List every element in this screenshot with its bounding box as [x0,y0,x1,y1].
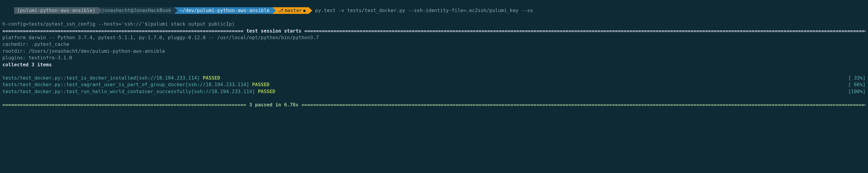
prompt-arrow-icon [309,7,312,14]
user-host-segment: jonashecht@JonasHackBook [98,7,174,14]
platform-info: platform darwin -- Python 3.7.4, pytest-… [2,34,866,41]
test-path: tests/test_docker.py [2,82,61,87]
git-branch-icon: ⎇ [278,7,283,14]
test-result-row: tests/test_docker.py::test_vagrant_user_… [2,81,866,88]
test-result-row: tests/test_docker.py::test_is_docker_ins… [2,75,866,81]
command-input-continuation[interactable]: h-config=tests/pytest_ssh_config --hosts… [2,21,866,27]
shell-prompt[interactable]: (pulumi-python-aws-ansible)jonashecht@Jo… [2,1,866,21]
test-name: test_run_hello_world_container_successfu… [66,89,255,94]
git-branch-segment: ⎇master [273,7,309,14]
test-status: PASSED [203,75,220,81]
env-segment: (pulumi-python-aws-ansible) [14,7,98,14]
path-segment: ~/dev/pulumi-python-aws-ansible [174,7,273,14]
plugins-info: plugins: testinfra-3.1.0 [2,55,866,61]
test-name: test_is_docker_installed[ssh://18.194.23… [66,75,200,81]
session-end-divider: ========================================… [2,102,866,108]
command-input[interactable]: py.test -v tests/test_docker.py --ssh-id… [312,7,533,13]
rootdir-info: rootdir: /Users/jonashecht/dev/pulumi-py… [2,48,866,55]
test-result-row: tests/test_docker.py::test_run_hello_wor… [2,88,866,95]
cachedir-info: cachedir: .pytest_cache [2,41,866,48]
test-path: tests/test_docker.py [2,89,61,94]
test-progress: [ 33%] [848,75,866,81]
collected-info: collected 3 items [2,61,866,68]
test-status: PASSED [252,82,270,87]
test-progress: [ 66%] [848,81,866,88]
blank-line [2,95,866,102]
blank-line [2,68,866,75]
test-path: tests/test_docker.py [2,75,61,81]
test-name: test_vagrant_user_is_part_of_group_docke… [66,82,249,87]
test-status: PASSED [258,89,276,94]
test-progress: [100%] [848,88,866,95]
git-dirty-dot-icon [303,10,306,12]
terminal-window: (pulumi-python-aws-ansible)jonashecht@Jo… [0,0,868,109]
session-start-divider: ========================================… [2,28,866,34]
